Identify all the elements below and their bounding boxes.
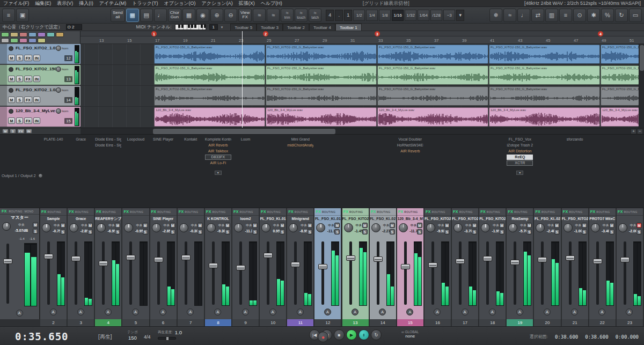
strip-fader[interactable] <box>321 241 324 305</box>
strip-mute-button[interactable]: M <box>252 223 258 228</box>
stop-button[interactable]: ■ <box>334 329 345 340</box>
audio-clip[interactable]: 120_Bb_3-4_MyLve.wav <box>377 107 488 127</box>
lock-icon[interactable] <box>1 38 9 43</box>
toolbar-pin-icon[interactable]: ▣ <box>16 9 29 22</box>
strip-fader-cap[interactable] <box>126 255 135 260</box>
division-1-4[interactable]: 1/4 <box>366 10 378 21</box>
freeze-icon[interactable]: ❄ <box>489 9 502 22</box>
record-button[interactable]: ● <box>318 332 328 342</box>
strip-routing-button[interactable]: ROUTING <box>596 210 610 214</box>
strip-pan-knob[interactable] <box>234 223 243 232</box>
strip-number-6[interactable]: 6 <box>150 319 177 326</box>
triplet-button[interactable]: ~3 <box>443 10 455 21</box>
horizontal-scrollbar[interactable]: + − <box>80 128 644 134</box>
tab-toolbar-3[interactable]: Toolbar 3 <box>257 24 283 31</box>
strip-pan-knob[interactable] <box>591 223 600 232</box>
tab-toolbar-1[interactable]: Toolbar 1 <box>335 24 362 31</box>
audio-clip[interactable]: FL_FSO_KITO2-150_G_Babysitter.wav <box>377 65 488 85</box>
strip-routing-button[interactable]: ROUTING <box>212 210 225 214</box>
strip-solo-button[interactable]: S <box>60 229 65 234</box>
strip-solo-button[interactable]: S <box>444 229 450 234</box>
audio-clip[interactable]: FL_FSO_KITO2-150_G_Babysitter.wav <box>601 65 639 85</box>
strip-automation-button[interactable]: A <box>406 309 413 315</box>
strip-pan-knob[interactable] <box>618 223 627 232</box>
strip-automation-button[interactable]: A <box>626 309 633 315</box>
strip-fader[interactable] <box>75 241 77 305</box>
strip-fader[interactable] <box>624 241 626 305</box>
strip-automation-button[interactable]: A <box>159 309 166 315</box>
strip-number-9[interactable]: 9 <box>232 319 259 326</box>
fx-item[interactable]: Loom <box>232 137 259 142</box>
audio-clip[interactable]: FL_FSO_KITO2-150_G_Babysitter.wav <box>377 45 488 64</box>
wave-icon[interactable]: ≈ <box>503 9 516 22</box>
select-tool-icon[interactable] <box>28 32 36 37</box>
transport-time[interactable]: 0:35.650 <box>15 331 69 342</box>
pause-button[interactable]: ‖ <box>358 329 369 340</box>
menu-item-0[interactable]: ファイル(F) <box>3 0 29 7</box>
strip-fader[interactable] <box>541 241 544 305</box>
grid-size-box-2[interactable]: 1 <box>344 10 352 21</box>
track-fx-button[interactable]: FX <box>24 55 32 61</box>
strip-routing-button[interactable]: ROUTING <box>240 210 253 214</box>
strip-fx-button[interactable]: FX <box>618 209 623 214</box>
audio-clip[interactable]: 120_Bb_3-4_MyLve.wav <box>154 107 265 127</box>
fx-item[interactable]: AIR Talkbox <box>205 149 231 154</box>
strip-solo-button[interactable]: S <box>526 229 532 234</box>
record-arm-button[interactable] <box>9 88 13 93</box>
tab-toolbar-2[interactable]: Toolbar 2 <box>283 24 309 31</box>
track-input-knob[interactable] <box>56 46 61 51</box>
tempo-value[interactable]: 150 <box>127 335 138 341</box>
audio-clip[interactable]: FL_FSO_KITO2-150_G_Babysitter.wav <box>489 86 600 106</box>
monitor-icon[interactable]: ▭ <box>629 9 642 22</box>
strip-solo-button[interactable]: S <box>609 229 614 234</box>
strip-fader[interactable] <box>349 241 352 305</box>
strip-fx-button[interactable]: FX <box>41 209 47 214</box>
strip-number-5[interactable]: 5 <box>122 319 149 326</box>
auto-latch-button[interactable]: ≈latch <box>309 9 321 22</box>
strip-routing-button[interactable]: ROUTING <box>322 210 335 214</box>
marker-3[interactable]: 3 <box>375 31 380 36</box>
strip-mute-button[interactable]: M <box>307 223 312 228</box>
track-s-button[interactable]: S <box>16 97 23 103</box>
fx-item[interactable]: AIR Reverb <box>205 143 231 148</box>
strip-pan-knob[interactable] <box>124 223 133 232</box>
strip-fader[interactable] <box>239 241 242 305</box>
audio-clip[interactable]: FL_FSO_KITO2-150_G_Babysitter.wav <box>154 65 265 85</box>
strip-routing-button[interactable]: ROUTING <box>541 210 555 214</box>
strip-fx-button[interactable]: FX <box>508 209 513 214</box>
playrate-slider-thumb[interactable] <box>166 336 169 341</box>
division-1-32[interactable]: 1/32 <box>405 10 416 21</box>
strip-number-8[interactable]: 8 <box>205 319 232 326</box>
midi-channel-dropdown-icon[interactable]: ▾ <box>221 25 223 30</box>
fx-item[interactable]: Grace <box>68 137 94 142</box>
division-1-2[interactable]: 1/2 <box>353 10 365 21</box>
strip-routing-button[interactable]: ROUTING <box>349 210 363 214</box>
strip-routing-button[interactable]: ROUTING <box>404 210 418 214</box>
strip-automation-button[interactable]: A <box>77 309 84 315</box>
fx-item[interactable]: iZotope Trash 2 <box>507 143 533 148</box>
master-fx-button[interactable]: FX <box>17 129 25 134</box>
track-m-button[interactable]: M <box>8 97 15 103</box>
strip-number-21[interactable]: 21 <box>562 319 589 326</box>
snap-icon[interactable] <box>28 38 36 43</box>
strip-pan-knob[interactable] <box>207 223 216 232</box>
strip-solo-button[interactable]: S <box>225 229 230 234</box>
strip-fader-cap[interactable] <box>510 260 519 265</box>
zoom-out-button[interactable]: ⊖ <box>224 9 237 22</box>
fx-add-dropdown[interactable]: ▾ <box>516 171 523 175</box>
razor-tool-icon[interactable] <box>19 32 27 37</box>
strip-mute-button[interactable]: M <box>334 223 340 228</box>
strip-automation-button[interactable]: A <box>489 309 496 315</box>
menu-item-9[interactable]: ヘルプ(H) <box>261 0 282 7</box>
fx-item[interactable]: AIR Lo-Fi <box>205 160 231 166</box>
strip-routing-button[interactable]: ROUTING <box>514 210 528 214</box>
strip-fader-cap[interactable] <box>318 264 327 269</box>
strip-solo-button[interactable]: S <box>197 229 203 234</box>
strip-automation-button[interactable]: A <box>462 309 469 315</box>
strip-automation-button[interactable]: A <box>187 309 194 315</box>
strip-fx-button[interactable]: FX <box>453 209 458 214</box>
strip-pan-knob[interactable] <box>399 223 408 232</box>
strip-automation-button[interactable]: A <box>132 309 139 315</box>
audio-clip[interactable]: FL_FSO_KITO2-150_G_Babysitter.wav <box>266 65 377 85</box>
strip-number-22[interactable]: 22 <box>589 319 616 326</box>
